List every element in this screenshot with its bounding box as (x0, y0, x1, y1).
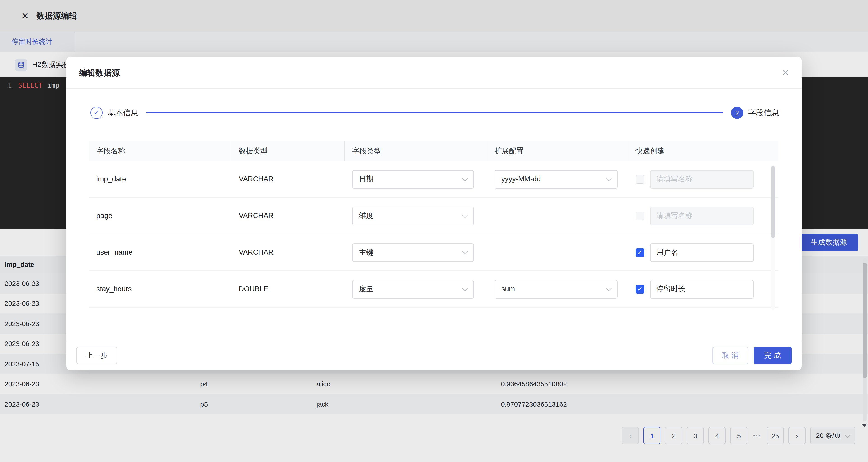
cancel-button[interactable]: 取 消 (712, 347, 748, 364)
quick-name-input[interactable] (650, 170, 754, 188)
field-name: imp_date (89, 175, 231, 183)
chevron-down-icon (606, 175, 612, 181)
column-header-field-type: 字段类型 (345, 141, 487, 161)
field-name: page (89, 212, 231, 220)
column-header-quick-create: 快速创建 (628, 141, 778, 161)
ext-config-select[interactable]: sum (495, 280, 618, 298)
step-label: 字段信息 (748, 107, 779, 118)
step-done-icon: ✓ (90, 106, 103, 119)
field-type-select[interactable]: 日期 (352, 170, 474, 188)
quick-name-input[interactable] (650, 280, 754, 298)
field-row-imp-date: imp_date VARCHAR 日期 yyyy-MM-dd (89, 161, 778, 198)
step-field-info[interactable]: 2 字段信息 (731, 106, 779, 119)
modal-title: 编辑数据源 (79, 67, 120, 78)
data-type: VARCHAR (231, 212, 345, 220)
screen: ✕ 数据源编辑 停留时长统计 H2数据实例 1 SELECT imp 生成数据源… (0, 0, 868, 462)
column-header-field-name: 字段名称 (89, 141, 231, 161)
quick-create-checkbox[interactable]: ✓ (636, 248, 644, 257)
chevron-down-icon (462, 212, 468, 218)
data-type: VARCHAR (231, 175, 345, 183)
ext-config-select[interactable]: yyyy-MM-dd (495, 170, 618, 188)
column-header-data-type: 数据类型 (231, 141, 345, 161)
check-icon: ✓ (637, 286, 643, 292)
chevron-down-icon (462, 285, 468, 291)
data-type: DOUBLE (231, 285, 345, 293)
column-header-ext-config: 扩展配置 (487, 141, 628, 161)
select-value: 日期 (359, 174, 373, 184)
field-row-user-name: user_name VARCHAR 主键 ✓ (89, 234, 778, 271)
select-value: 度量 (359, 284, 373, 294)
chevron-down-icon (462, 249, 468, 254)
field-table-scrollbar-thumb[interactable] (771, 166, 775, 238)
quick-create-checkbox[interactable] (636, 211, 644, 220)
stepper: ✓ 基本信息 2 字段信息 (90, 105, 779, 120)
select-value: 主键 (359, 248, 373, 257)
modal-close-icon[interactable]: ✕ (782, 68, 789, 78)
step-number: 2 (731, 106, 743, 119)
check-icon: ✓ (637, 249, 643, 255)
quick-name-input[interactable] (650, 207, 754, 225)
field-row-stay-hours: stay_hours DOUBLE 度量 sum ✓ (89, 271, 778, 308)
field-name: stay_hours (89, 285, 231, 293)
prev-step-button[interactable]: 上一步 (76, 347, 117, 364)
field-name: user_name (89, 248, 231, 256)
quick-name-input[interactable] (650, 243, 754, 261)
field-table-scrollbar[interactable] (771, 166, 775, 310)
data-type: VARCHAR (231, 248, 345, 256)
modal-header: 编辑数据源 ✕ (66, 57, 802, 89)
field-type-select[interactable]: 维度 (352, 207, 474, 225)
field-row-page: page VARCHAR 维度 (89, 198, 778, 234)
select-value: 维度 (359, 211, 373, 220)
quick-create-checkbox[interactable]: ✓ (636, 285, 644, 293)
select-value: yyyy-MM-dd (501, 175, 541, 183)
step-connector (147, 113, 723, 113)
modal-footer: 上一步 取 消 完 成 (66, 341, 802, 370)
edit-datasource-modal: 编辑数据源 ✕ ✓ 基本信息 2 字段信息 字段名称 数据类型 字段类型 扩展配… (66, 57, 802, 370)
chevron-down-icon (606, 285, 612, 291)
step-label: 基本信息 (107, 107, 138, 118)
quick-create-checkbox[interactable] (636, 175, 644, 183)
field-table: 字段名称 数据类型 字段类型 扩展配置 快速创建 imp_date VARCHA… (89, 141, 778, 308)
field-table-header: 字段名称 数据类型 字段类型 扩展配置 快速创建 (89, 141, 778, 161)
field-type-select[interactable]: 主键 (352, 243, 474, 261)
step-basic-info[interactable]: ✓ 基本信息 (90, 106, 138, 119)
select-value: sum (501, 285, 515, 293)
chevron-down-icon (462, 175, 468, 181)
field-type-select[interactable]: 度量 (352, 280, 474, 298)
done-button[interactable]: 完 成 (753, 347, 792, 364)
